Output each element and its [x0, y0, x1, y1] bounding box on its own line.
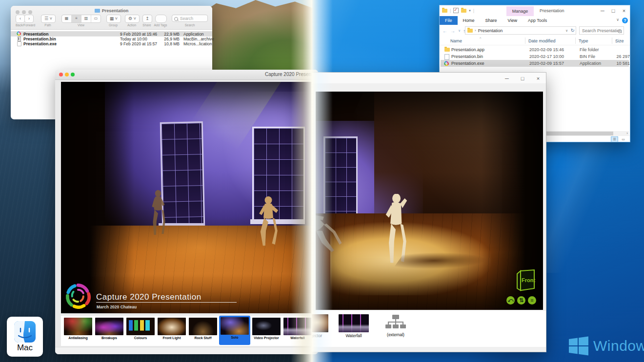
cue-thumbnail[interactable]: Front Light: [157, 316, 187, 340]
finder-title-bar[interactable]: Presentation ‹ › Back/Forward ☰ ˅ Path ▦…: [11, 6, 212, 30]
close-button[interactable]: ×: [619, 6, 629, 15]
table-row[interactable]: Presentation.bin 2020-02-17 10:00 BIN Fi…: [441, 53, 629, 60]
cue-thumbnail-external[interactable]: (external): [378, 313, 413, 337]
close-button[interactable]: [59, 73, 63, 76]
stage-viewport[interactable]: Front ⤺ ⇅ ≡: [316, 92, 543, 310]
action-button[interactable]: ⚙ ˅: [125, 15, 140, 23]
refresh-icon[interactable]: ↻: [571, 28, 575, 33]
cue-thumbnail[interactable]: Rock Stuff: [188, 316, 218, 340]
folder-icon: [444, 48, 450, 52]
table-row[interactable]: Presentation.bin Today at 10:00 26,9 MB …: [11, 36, 212, 41]
stage-figure-bent: [316, 203, 350, 260]
cue-preview-video-projector: [252, 318, 281, 335]
breadcrumb[interactable]: › Presentation ∨ ↻: [465, 26, 576, 35]
help-icon[interactable]: ?: [622, 18, 628, 23]
address-dropdown-icon[interactable]: ∨: [565, 29, 568, 33]
maximize-button[interactable]: □: [518, 74, 527, 83]
explorer-window-title: Presentation: [540, 8, 564, 13]
recent-dropdown-icon[interactable]: ∨: [458, 29, 461, 33]
back-button[interactable]: ‹: [16, 15, 25, 23]
file-icon: [444, 54, 449, 60]
column-view-icon[interactable]: ▥: [81, 15, 91, 22]
tab-home[interactable]: Home: [458, 16, 480, 25]
cue-thumbnail[interactable]: Projector: [311, 313, 329, 338]
column-name[interactable]: Name: [450, 38, 462, 43]
details-view-icon[interactable]: ☰: [611, 136, 618, 142]
capture-mac-title-bar[interactable]: Capture 2020 Presentation: [55, 70, 318, 80]
column-date[interactable]: Date modified: [528, 38, 556, 43]
minimize-button[interactable]: ─: [598, 6, 607, 15]
table-row[interactable]: Presentation 9 Feb 2020 at 15:46 22,9 MB…: [11, 31, 212, 36]
view-segmented-control[interactable]: ▦≡▥▭: [61, 15, 101, 23]
forward-button[interactable]: →: [450, 28, 455, 34]
explorer-title-bar[interactable]: | ▾ | Manage Presentation ─ □ ×: [440, 5, 630, 16]
folder-icon[interactable]: [442, 9, 447, 13]
column-size[interactable]: Size: [615, 38, 624, 43]
capture-mac-window: Capture 2020 Presentation: [55, 70, 318, 354]
forward-button[interactable]: ›: [24, 15, 34, 23]
zoom-button[interactable]: [71, 73, 75, 76]
stage-figure-shadowed: [148, 190, 168, 239]
mac-badge-label: Mac: [7, 343, 43, 353]
share-button[interactable]: ↥: [142, 15, 152, 23]
thumbnail-view-icon[interactable]: ▭: [620, 136, 627, 142]
folder-icon: [95, 9, 100, 13]
folder-icon[interactable]: [461, 9, 466, 13]
qat-dropdown-icon[interactable]: ▾: [469, 9, 471, 13]
path-button[interactable]: ☰ ˅: [41, 15, 56, 23]
group-button[interactable]: ▦ ˅: [106, 15, 121, 23]
cue-preview-waterfall: [283, 318, 312, 335]
view-menu-button[interactable]: ≡: [528, 296, 536, 305]
minimize-button[interactable]: ─: [502, 74, 512, 83]
cue-thumbnail[interactable]: Waterfall: [282, 316, 313, 340]
tab-app-tools[interactable]: App Tools: [523, 16, 552, 25]
windows-platform-badge: Windows: [569, 336, 644, 356]
cue-thumbnail[interactable]: Waterfall: [337, 313, 370, 338]
search-input[interactable]: Search Presentation: [579, 26, 624, 35]
ribbon-collapse-icon[interactable]: ∨: [616, 18, 619, 22]
title-underline: [96, 302, 237, 303]
close-button[interactable]: ×: [533, 74, 543, 83]
add-tags-button[interactable]: [155, 15, 167, 23]
rotate-view-button[interactable]: ⤺: [506, 296, 515, 305]
stage-dark-left: [61, 82, 159, 313]
stage-window-left: [323, 136, 358, 225]
tab-share[interactable]: Share: [480, 16, 503, 25]
list-view-icon[interactable]: ≡: [72, 15, 81, 22]
cue-preview-projector: [311, 314, 328, 332]
capture-windows-title-bar[interactable]: ─ □ ×: [312, 73, 546, 83]
cue-thumbnail[interactable]: Breakups: [94, 316, 124, 340]
pan-view-button[interactable]: ⇅: [517, 296, 525, 305]
minimize-button[interactable]: [65, 73, 69, 76]
cue-thumbnail-selected[interactable]: Solo: [219, 316, 250, 345]
stage-spotlight-pool: [330, 222, 491, 295]
cue-thumbnail[interactable]: Antialiasing: [63, 316, 93, 340]
front-orientation-cube[interactable]: Front: [515, 268, 536, 293]
stage-figure-spotlit: [381, 194, 411, 268]
checkbox-icon[interactable]: [453, 8, 459, 13]
svg-text:Front: Front: [522, 277, 535, 283]
document-icon: [17, 41, 21, 46]
stage-viewport[interactable]: Capture 2020 Presentation March 2020 Cha…: [61, 82, 312, 313]
column-type[interactable]: Type: [579, 38, 588, 43]
sort-indicator-icon: ^: [480, 37, 481, 40]
cue-thumbnail[interactable]: Video Projector: [251, 316, 282, 340]
gallery-view-icon[interactable]: ▭: [91, 15, 101, 22]
cue-preview-front-light: [158, 318, 186, 335]
manage-tab[interactable]: Manage: [506, 6, 534, 16]
tab-file[interactable]: File: [440, 16, 458, 25]
quick-access-toolbar: | ▾ |: [442, 8, 474, 13]
stage-wood-floor: [316, 213, 543, 310]
table-row[interactable]: Presentation.exe 9 Feb 2020 at 15:57 10,…: [11, 41, 212, 46]
capture-app-icon: [17, 31, 21, 36]
tab-view[interactable]: View: [503, 16, 523, 25]
cue-thumbnail[interactable]: Colours: [125, 316, 156, 340]
table-row[interactable]: Presentation.exe 2020-02-09 15:57 Applic…: [441, 60, 629, 67]
windows-badge-label: Windows: [593, 338, 644, 354]
icon-view-icon[interactable]: ▦: [62, 15, 72, 22]
back-button[interactable]: ←: [443, 28, 447, 34]
table-row[interactable]: Presentation.app 2020-02-09 15:46 File f…: [441, 46, 629, 53]
maximize-button[interactable]: □: [608, 6, 618, 15]
search-input[interactable]: Search: [172, 15, 208, 22]
cue-preview-antialiasing: [64, 318, 92, 335]
